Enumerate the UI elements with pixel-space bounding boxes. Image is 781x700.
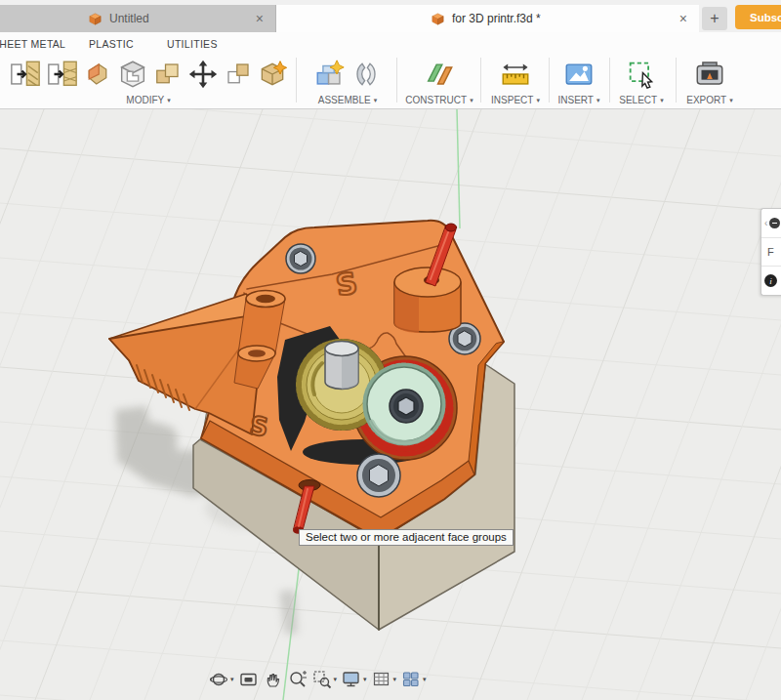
document-cube-icon <box>431 12 445 26</box>
chevron-down-icon: ▾ <box>729 97 733 104</box>
toolbar-separator <box>396 58 397 103</box>
chevron-down-icon: ▾ <box>596 97 600 104</box>
viewports-button[interactable]: ▾ <box>400 669 428 690</box>
ribbon-group-export: EXPORT ▾ <box>678 55 742 107</box>
ribbon-group-inspect: INSPECT ▾ <box>483 55 548 107</box>
group-label: INSPECT <box>491 95 533 105</box>
group-label: INSERT <box>557 95 594 105</box>
navigation-toolbar: ▾ ▾ <box>208 667 428 692</box>
window-zoom-button[interactable]: ▾ <box>311 669 339 690</box>
split-body-icon <box>224 60 253 89</box>
chevron-down-icon: ▾ <box>536 97 540 104</box>
look-at-button[interactable] <box>238 669 260 690</box>
joint-icon <box>350 59 382 90</box>
collapse-chevron-icon: ‹ <box>764 218 767 228</box>
close-tab-icon[interactable]: × <box>679 11 687 26</box>
inspect-menu[interactable]: INSPECT ▾ <box>491 95 540 107</box>
thicken-button[interactable] <box>8 57 43 92</box>
doc-tab-title: Untitled <box>109 12 149 25</box>
grid-icon <box>372 670 391 689</box>
ribbon-toolbar: SHEET METAL PLASTIC UTILITIES <box>0 32 781 109</box>
select-menu[interactable]: SELECT ▾ <box>619 95 663 107</box>
group-label: ASSEMBLE <box>318 95 371 105</box>
orbit-button[interactable]: ▾ <box>208 669 235 690</box>
ribbon-group-construct: CONSTRUCT ▾ <box>399 55 479 107</box>
orbit-icon <box>209 670 228 689</box>
new-component-button[interactable] <box>312 57 348 92</box>
ribbon-group-select: SELECT ▾ <box>610 55 673 107</box>
3d-print-icon <box>693 58 726 91</box>
zoom-button[interactable] <box>287 669 308 690</box>
group-label: SELECT <box>619 95 657 105</box>
combine-button[interactable] <box>152 59 184 90</box>
modify-menu[interactable]: MODIFY ▾ <box>126 95 170 107</box>
move-icon <box>186 58 220 91</box>
fillet-button[interactable] <box>82 59 113 90</box>
grid-snaps-button[interactable]: ▾ <box>371 669 398 690</box>
doc-tab-untitled[interactable]: Untitled × <box>0 5 276 32</box>
group-label: CONSTRUCT <box>405 95 467 105</box>
new-component-icon <box>313 58 347 91</box>
ribbon-tab-utilities[interactable]: UTILITIES <box>167 38 218 50</box>
chevron-down-icon: ▾ <box>167 97 171 104</box>
measure-button[interactable] <box>498 57 533 92</box>
chevron-down-icon: ▾ <box>470 97 473 104</box>
display-settings-button[interactable]: ▾ <box>341 669 368 690</box>
subscribe-button[interactable]: Subscribe <box>735 5 781 29</box>
chevron-down-icon: ▾ <box>374 97 378 104</box>
3d-print-button[interactable] <box>692 57 727 92</box>
group-label: EXPORT <box>686 95 726 105</box>
close-tab-icon[interactable]: × <box>256 11 264 26</box>
shell-button[interactable] <box>115 57 150 92</box>
window-zoom-icon <box>312 670 332 689</box>
viewports-icon <box>401 670 421 689</box>
form-button[interactable] <box>256 58 289 91</box>
gear-shaft[interactable] <box>325 342 358 390</box>
status-tooltip: Select two or more adjacent face groups <box>299 529 514 546</box>
doc-tab-for-3d-printr[interactable]: for 3D printr.f3d * × <box>276 5 699 32</box>
toolbar-separator <box>676 58 677 103</box>
insert-image-button[interactable] <box>561 57 596 92</box>
ribbon-group-insert: INSERT ▾ <box>551 55 607 107</box>
display-settings-icon <box>342 670 361 689</box>
panel-item-f[interactable]: F <box>761 237 781 267</box>
assemble-menu[interactable]: ASSEMBLE ▾ <box>318 95 377 107</box>
split-body-button[interactable] <box>223 59 254 90</box>
hex-screw-top-left[interactable] <box>286 244 315 273</box>
mesh-thicken-button[interactable] <box>45 57 80 92</box>
hex-screw-front[interactable] <box>357 454 400 497</box>
info-button[interactable]: i <box>761 266 781 295</box>
toolbar-separator <box>549 58 550 103</box>
pan-button[interactable] <box>263 669 284 690</box>
panel-item-label: F <box>764 246 774 258</box>
measure-icon <box>499 58 532 91</box>
ribbon-group-assemble: ASSEMBLE ▾ <box>299 55 396 107</box>
select-button[interactable] <box>624 57 659 92</box>
construct-menu[interactable]: CONSTRUCT ▾ <box>405 95 473 107</box>
insert-menu[interactable]: INSERT ▾ <box>557 95 599 107</box>
ribbon-tab-sheet-metal[interactable]: SHEET METAL <box>0 38 65 50</box>
form-icon <box>257 59 288 90</box>
info-icon: i <box>764 274 777 287</box>
construction-plane-icon <box>423 58 456 91</box>
ribbon-group-modify: MODIFY ▾ <box>2 55 295 107</box>
idler-hex-bolt[interactable] <box>390 390 423 423</box>
shell-icon <box>116 58 149 91</box>
3d-viewport[interactable]: S S Select two or more adjacent face gro… <box>0 109 781 700</box>
group-label: MODIFY <box>126 95 164 105</box>
comments-panel-toggle[interactable]: ‹ <box>761 209 781 237</box>
combine-icon <box>153 60 183 89</box>
thicken-icon <box>9 58 42 91</box>
ribbon-tab-plastic[interactable]: PLASTIC <box>89 38 134 50</box>
new-document-button[interactable]: + <box>702 7 727 30</box>
joint-button[interactable] <box>349 58 383 91</box>
pan-hand-icon <box>264 670 283 689</box>
export-menu[interactable]: EXPORT ▾ <box>686 95 732 107</box>
construction-plane-button[interactable] <box>422 57 457 92</box>
document-cube-icon <box>88 12 103 26</box>
move-button[interactable] <box>185 57 221 92</box>
look-at-icon <box>239 670 259 689</box>
zoom-icon <box>288 670 308 689</box>
collapsed-side-panel: ‹ F i <box>760 208 781 296</box>
toolbar-separator <box>480 58 481 103</box>
